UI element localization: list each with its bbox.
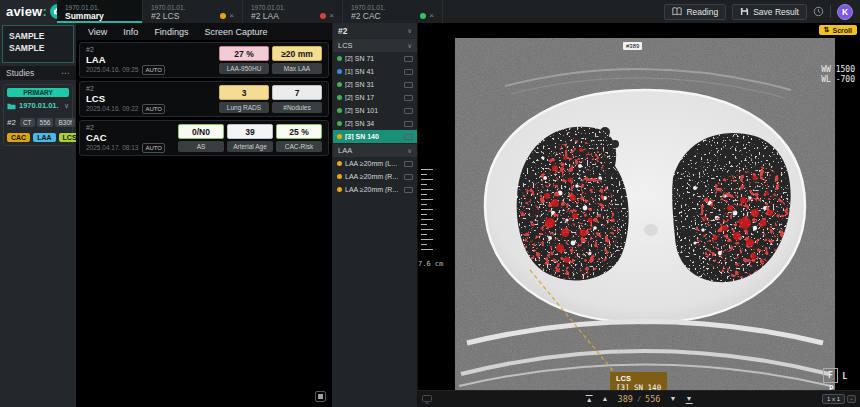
- panel-layout-icon[interactable]: [315, 391, 326, 402]
- reading-button[interactable]: Reading: [664, 4, 726, 20]
- metric-value: 3: [219, 85, 269, 100]
- tab-cac[interactable]: 1970.01.01. #2 CAC ×: [343, 0, 443, 23]
- group-lcs[interactable]: LCS ∨: [333, 39, 417, 52]
- nodule-dot: [337, 56, 342, 61]
- finding-item[interactable]: [2] SN 34: [333, 117, 417, 130]
- studies-menu-icon[interactable]: ⋯: [61, 68, 70, 78]
- card-title: LCS: [86, 93, 165, 104]
- metric-label: Lung RADS: [219, 102, 269, 113]
- slice-counter: 389 / 556: [618, 394, 661, 404]
- study-card: PRIMARY 1970.01.01. ∨ #2 CT 556 B30f CAC…: [3, 84, 73, 146]
- ct-axial-image[interactable]: [455, 38, 835, 390]
- tab-lcs[interactable]: 1970.01.01. #2 LCS ×: [143, 0, 243, 23]
- metric: 7 #Nodules: [272, 85, 322, 113]
- metric: 25 % CAC-Risk: [276, 124, 322, 152]
- folder-icon: [7, 102, 16, 110]
- series-selector[interactable]: #2 ∨: [333, 23, 417, 38]
- user-avatar[interactable]: K: [837, 4, 853, 20]
- kernel-badge: B30f: [55, 118, 74, 127]
- first-slice-button[interactable]: ▲: [586, 395, 593, 404]
- grid-layout-dropdown[interactable]: -: [847, 395, 856, 403]
- nodule-dot: [337, 121, 342, 126]
- item-badge-icon: [404, 69, 413, 75]
- close-icon[interactable]: ×: [329, 12, 334, 20]
- save-result-button[interactable]: Save Result: [732, 4, 807, 20]
- item-badge-icon: [404, 56, 413, 62]
- menu-view[interactable]: View: [88, 27, 107, 37]
- history-icon[interactable]: [813, 6, 824, 17]
- menu-info[interactable]: Info: [123, 27, 138, 37]
- orientation-front: F: [828, 371, 833, 380]
- item-badge-icon: [404, 108, 413, 114]
- window-level: WL -700: [821, 75, 855, 85]
- finding-item[interactable]: [2] SN 17: [333, 91, 417, 104]
- laa-dot: [337, 187, 342, 192]
- top-bar: aview: 1970.01.01. Summary 1970.01.01. #…: [0, 0, 860, 23]
- finding-item[interactable]: [2] SN 101: [333, 104, 417, 117]
- group-laa[interactable]: LAA ∨: [333, 144, 417, 157]
- card-series: #2: [86, 124, 165, 132]
- modality-badge: CT: [20, 118, 35, 127]
- item-badge-icon: [404, 134, 413, 140]
- metric-label: #Nodules: [272, 102, 322, 113]
- display-icon[interactable]: [422, 390, 432, 407]
- cac-card[interactable]: #2 CAC 2025.04.17. 08:13 AUTO 0/N0 AS 39…: [79, 120, 329, 156]
- lcs-card[interactable]: #2 LCS 2025.04.16. 09:22 AUTO 3 Lung RAD…: [79, 81, 329, 117]
- next-slice-button[interactable]: ▼: [669, 395, 676, 403]
- chevron-down-icon[interactable]: ∨: [64, 102, 69, 110]
- close-icon[interactable]: ×: [429, 12, 434, 20]
- card-title: LAA: [86, 54, 165, 65]
- card-date: 2025.04.16. 09:22: [86, 105, 138, 112]
- card-date: 2025.04.17. 08:13: [86, 144, 138, 151]
- current-slice: 389: [618, 394, 633, 404]
- ct-viewer[interactable]: #389 ⇅ Scroll WW 1500 WL -700 7.6 cm LCS…: [418, 23, 860, 407]
- close-icon[interactable]: ×: [229, 12, 234, 20]
- metric-value: 39: [227, 124, 273, 139]
- nodule-dot: [337, 82, 342, 87]
- summary-menu: View Info Findings Screen Capture: [76, 23, 332, 40]
- patient-info: SAMPLE SAMPLE: [2, 25, 74, 63]
- metric-label: Max LAA: [272, 63, 322, 74]
- menu-screen-capture[interactable]: Screen Capture: [204, 27, 267, 37]
- card-title: CAC: [86, 132, 165, 143]
- status-dot: [420, 13, 426, 19]
- tab-summary[interactable]: 1970.01.01. Summary: [57, 0, 143, 23]
- metric: 3 Lung RADS: [219, 85, 269, 113]
- study-row[interactable]: 1970.01.01. ∨: [7, 101, 69, 110]
- metric-value: ≥20 mm: [272, 46, 322, 61]
- item-badge-icon: [404, 187, 413, 193]
- finding-item[interactable]: LAA ≥20mm (L...: [333, 157, 417, 170]
- finding-item[interactable]: [2] SN 31: [333, 78, 417, 91]
- findings-panel: #2 ∨ LCS ∨ [2] SN 71 [1] SN 41 [2] SN 31…: [333, 23, 418, 407]
- finding-item[interactable]: LAA ≥20mm (R...: [333, 170, 417, 183]
- patient-name: SAMPLE: [9, 30, 67, 42]
- finding-item[interactable]: LAA ≥20mm (R...: [333, 183, 417, 196]
- tab-laa[interactable]: 1970.01.01. #2 LAA ×: [243, 0, 343, 23]
- item-badge-icon: [404, 95, 413, 101]
- nodule-dot: [337, 108, 342, 113]
- viewer-toolbar: ▲ ▲ 389 / 556 ▼ ▼ 1 x 1 -: [418, 390, 860, 407]
- grid-layout-button[interactable]: 1 x 1: [822, 394, 845, 404]
- finding-item-selected[interactable]: [3] SN 140: [333, 130, 417, 143]
- last-slice-button[interactable]: ▼: [685, 395, 692, 404]
- card-series: #2: [86, 85, 165, 93]
- menu-findings[interactable]: Findings: [154, 27, 188, 37]
- result-cards: #2 LAA 2025.04.16. 09:25 AUTO 27 % LAA-9…: [76, 40, 332, 161]
- previous-slice-button[interactable]: ▲: [602, 395, 609, 403]
- logo-text: aview:: [6, 4, 47, 19]
- series-row[interactable]: #2 CT 556 B30f: [7, 118, 69, 127]
- item-badge-icon: [404, 82, 413, 88]
- card-series: #2: [86, 46, 165, 54]
- metric-value: 7: [272, 85, 322, 100]
- scale-ruler: [421, 169, 433, 254]
- scroll-mode-button[interactable]: ⇅ Scroll: [819, 25, 857, 35]
- tag-laa[interactable]: LAA: [33, 133, 55, 142]
- window-level-readout: WW 1500 WL -700: [821, 65, 855, 85]
- laa-card[interactable]: #2 LAA 2025.04.16. 09:25 AUTO 27 % LAA-9…: [79, 42, 329, 78]
- divider: [830, 5, 831, 18]
- metric: 39 Arterial Age: [227, 124, 273, 152]
- tag-cac[interactable]: CAC: [7, 133, 30, 142]
- auto-badge: AUTO: [142, 143, 165, 153]
- finding-item[interactable]: [2] SN 71: [333, 52, 417, 65]
- finding-item[interactable]: [1] SN 41: [333, 65, 417, 78]
